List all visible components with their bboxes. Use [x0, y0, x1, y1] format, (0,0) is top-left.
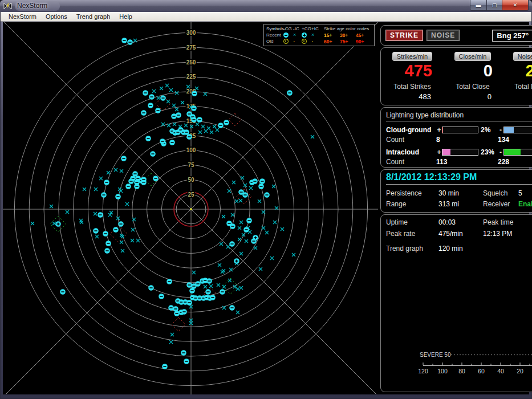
cg-strike-markers [55, 38, 293, 369]
title-bar[interactable]: NexStorm ▬ ▢ ✕ [0, 0, 532, 12]
noises-rate-value: 274 [505, 61, 532, 80]
app-icon [3, 2, 12, 10]
svg-text:80: 80 [458, 368, 465, 374]
strikes-rate-value: 475 [384, 61, 440, 80]
svg-text:275: 275 [186, 44, 196, 51]
trend-graph-label: Trend graph [386, 245, 438, 253]
legend-recent-label: Recent [266, 32, 283, 38]
uptime-value: 00:03 [438, 218, 483, 226]
menu-help[interactable]: Help [115, 13, 137, 21]
status-box: 8/1/2012 12:13:29 PM Persistence 30 min … [380, 169, 532, 213]
legend-col-icm: -IC [293, 26, 302, 31]
svg-text:100: 100 [186, 147, 196, 153]
intracloud-label: Intracloud [386, 148, 436, 156]
svg-text:50: 50 [188, 177, 194, 183]
strike-indicator[interactable]: STRIKE [385, 30, 423, 41]
old-cg-plus-icon [302, 39, 307, 44]
uptime-label: Uptime [386, 218, 438, 226]
sensor-center-dot [190, 208, 192, 210]
trend-window-value: 120 min [438, 245, 532, 253]
ic-minus-bar [503, 149, 532, 156]
ic-strike-markers [31, 39, 314, 344]
range-label: Range [386, 200, 438, 208]
radar-display[interactable]: 255075100125150175200225250275300 Symbol… [3, 22, 378, 394]
menu-options[interactable]: Options [41, 13, 72, 21]
svg-text:225: 225 [186, 74, 196, 80]
side-panel: STRIKE NOISE Bng 257° 122mi Strikes/min … [378, 22, 532, 394]
legend-col-cgm: -CG [283, 26, 293, 31]
ic-plus-bar [442, 149, 478, 156]
receiver-label: Receiver [483, 200, 518, 208]
radar-legend: Symbols -CG -IC +CG +IC Recent × × Old ·… [263, 24, 375, 46]
svg-text:250: 250 [186, 59, 196, 66]
trend-axes [423, 258, 532, 365]
peak-time-value: 12:13 PM [483, 230, 532, 238]
menu-trend-graph[interactable]: Trend graph [72, 13, 115, 21]
persistence-label: Persistence [386, 189, 438, 197]
noise-indicator[interactable]: NOISE [427, 30, 460, 41]
noises-per-min-button[interactable]: Noises/min [513, 52, 532, 61]
total-strikes-label: Total Strikes [384, 83, 440, 91]
age-code-75: 75+ [340, 39, 356, 44]
nexstorm-window: NexStorm ▬ ▢ ✕ NexStorm Options Trend gr… [0, 0, 532, 399]
bearing-value: Bng 257° [497, 31, 529, 40]
severe-threshold-label: SEVERE 50 [420, 352, 451, 358]
total-close-label: Total Close [445, 83, 501, 91]
session-box: Uptime 00:03 Peak time Peak rate 475/min… [380, 214, 532, 392]
total-strikes-value: 483 [384, 92, 440, 101]
menu-bar: NexStorm Options Trend graph Help [1, 12, 531, 22]
cg-minus-bar [503, 127, 532, 133]
age-code-90: 90+ [356, 39, 372, 44]
age-code-15: 15+ [324, 32, 340, 38]
cg-plus-count: 8 [436, 136, 498, 144]
datetime-display: 8/1/2012 12:13:29 PM [386, 172, 532, 185]
recent-cg-plus-icon [302, 32, 307, 38]
svg-text:60: 60 [478, 368, 485, 374]
peak-rate-value: 475/min [438, 230, 483, 238]
minimize-button[interactable]: ▬ [470, 0, 487, 11]
age-code-45: 45+ [356, 32, 372, 38]
receiver-status: Enabled [518, 200, 532, 208]
rates-box: Strikes/min 475 Total Strikes 483 Close/… [380, 47, 532, 105]
total-noises-value: 274 [505, 92, 532, 101]
svg-text:40: 40 [497, 368, 504, 374]
svg-text:100: 100 [437, 368, 448, 374]
noises-column: Noises/min 274 Total Noises 274 [505, 52, 532, 101]
menu-nexstorm[interactable]: NexStorm [4, 13, 41, 21]
persistence-value: 30 min [438, 189, 483, 197]
legend-symbols-label: Symbols [266, 26, 283, 31]
peak-rate-label: Peak rate [386, 230, 438, 238]
bearing-readout: Bng 257° 122mi [492, 30, 532, 42]
cloud-ground-count-row: Count 8 134 [386, 136, 532, 144]
ic-minus-count: 228 [498, 158, 532, 166]
cloud-ground-row: Cloud-ground + 2% - 28% [386, 126, 532, 134]
peak-time-label: Peak time [483, 218, 532, 226]
old-ic-plus-icon: · [311, 39, 319, 44]
trend-graph: 5010015020025030035040045050012010080604… [419, 254, 532, 389]
svg-text:300: 300 [186, 30, 196, 36]
ic-plus-sign: + [436, 148, 442, 156]
total-close-value: 0 [445, 92, 501, 101]
recent-ic-minus-icon: × [293, 32, 302, 38]
old-ic-minus-icon: · [293, 39, 302, 44]
close-rate-value: 0 [445, 61, 501, 80]
squelch-label: Squelch [483, 189, 518, 197]
svg-text:25: 25 [188, 192, 194, 198]
strikes-column: Strikes/min 475 Total Strikes 483 [384, 52, 440, 101]
maximize-button[interactable]: ▢ [487, 0, 502, 11]
distribution-box: Lightning type distribution Cloud-ground… [380, 107, 532, 168]
cg-plus-pct: 2% [478, 126, 498, 134]
ic-minus-sign: - [498, 148, 503, 156]
age-code-30: 30+ [340, 32, 356, 38]
close-per-min-button[interactable]: Close/min [454, 52, 492, 61]
intracloud-count-row: Count 113 228 [386, 158, 532, 166]
distribution-title: Lightning type distribution [386, 111, 532, 121]
close-button[interactable]: ✕ [502, 0, 529, 11]
ic-plus-pct: 23% [478, 148, 498, 156]
cg-plus-bar [442, 127, 478, 133]
legend-col-icp: +IC [311, 26, 319, 31]
range-value: 313 mi [438, 200, 483, 208]
legend-old-label: Old [266, 39, 283, 44]
strikes-per-min-button[interactable]: Strikes/min [392, 52, 432, 61]
total-noises-label: Total Noises [505, 83, 532, 91]
